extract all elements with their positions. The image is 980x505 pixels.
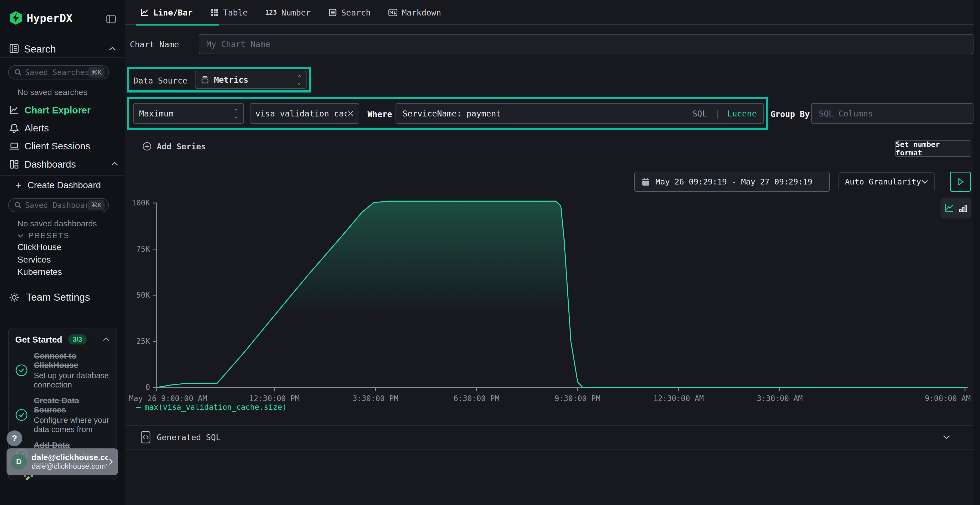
preset-services[interactable]: Services <box>18 255 51 265</box>
search-section-icon <box>9 43 20 54</box>
generated-sql-row[interactable]: Generated SQL <box>125 425 974 449</box>
no-saved-dashboards-text: No saved dashboards <box>18 219 97 228</box>
sidebar-item-label: Dashboards <box>24 159 76 170</box>
generated-sql-label: Generated SQL <box>157 433 221 442</box>
help-button[interactable]: ? <box>6 430 22 446</box>
chart-name-label: Chart Name <box>130 40 179 49</box>
sql-mode-toggle[interactable]: SQL <box>692 109 707 118</box>
get-started-item[interactable]: Create Data Sources Configure where your… <box>15 396 110 434</box>
tab-table[interactable]: Table <box>210 8 248 17</box>
tab-label: Markdown <box>402 8 441 17</box>
no-saved-searches-text: No saved searches <box>18 87 88 97</box>
create-dashboard-button[interactable]: + Create Dashboard <box>16 179 101 191</box>
data-source-value: Metrics <box>214 75 248 85</box>
presets-group-header[interactable]: PRESETS <box>17 231 70 240</box>
hyperdx-logo-icon <box>9 11 23 25</box>
x-axis-tick-label: 12:30:00 PM <box>249 394 299 403</box>
saved-dashboards-shortcut: ⌘K <box>88 200 105 210</box>
lucene-mode-toggle[interactable]: Lucene <box>727 109 757 118</box>
metric-tag[interactable]: visa_validation_cach <box>250 103 360 124</box>
saved-dashboards-input[interactable]: ⌘K <box>8 198 109 212</box>
tab-label: Line/Bar <box>153 8 193 17</box>
tabs-divider <box>125 24 974 25</box>
legend-series-name: max(visa_validation_cache.size) <box>145 403 287 412</box>
x-axis-tick-label: 6:30:00 PM <box>453 394 500 403</box>
dashboards-collapse-icon[interactable] <box>111 161 119 168</box>
expand-sql-chevron-icon[interactable] <box>942 435 951 440</box>
group-by-field[interactable] <box>812 109 973 118</box>
view-tabs: Line/Bar Table 123 Number Search <box>125 0 974 25</box>
x-axis-tick-label: 9:00:00 AM <box>925 394 971 403</box>
chevron-right-icon <box>108 457 114 466</box>
x-axis-tick-label: 12:30:00 AM <box>653 394 704 403</box>
sidebar-item-dashboards[interactable]: Dashboards <box>0 157 125 172</box>
tab-label: Number <box>281 8 310 17</box>
sidebar-item-alerts[interactable]: Alerts <box>0 121 125 136</box>
chart-name-field[interactable] <box>199 40 973 49</box>
legend-marker: — <box>136 403 141 412</box>
where-input[interactable]: ServiceName: payment SQL | Lucene <box>396 103 764 124</box>
search-icon <box>14 68 22 76</box>
data-source-select[interactable]: Metrics ⌃⌄ <box>195 71 307 89</box>
granularity-select[interactable]: Auto Granularity <box>838 172 935 191</box>
select-updown-icon: ⌃⌄ <box>298 75 301 85</box>
y-axis-tick-label: 0 <box>145 383 150 392</box>
sidebar-item-client-sessions[interactable]: Client Sessions <box>0 138 125 154</box>
sidebar-item-label: Chart Explorer <box>24 105 91 116</box>
tab-markdown[interactable]: Markdown <box>388 8 441 17</box>
chart-name-input[interactable] <box>199 34 974 54</box>
search-list-icon <box>328 8 337 17</box>
search-section-collapse-icon[interactable] <box>108 46 116 53</box>
aggregation-select[interactable]: Maximum ⌃⌄ <box>133 103 244 124</box>
tab-label: Table <box>223 8 248 17</box>
tab-line-bar[interactable]: Line/Bar <box>140 8 193 17</box>
date-range-input[interactable]: May 26 09:29:19 - May 27 09:29:19 <box>634 172 830 192</box>
chevron-down-icon <box>921 179 928 184</box>
timeseries-chart[interactable]: 025K50K75K100KMay 26 9:00:00 AM12:30:00 … <box>125 191 974 408</box>
group-by-label: Group By <box>770 110 810 119</box>
sidebar-item-chart-explorer[interactable]: Chart Explorer <box>0 103 125 118</box>
saved-dashboards-field[interactable] <box>25 201 88 210</box>
remove-metric-icon[interactable] <box>347 110 354 117</box>
play-icon <box>956 178 964 186</box>
preset-clickhouse[interactable]: ClickHouse <box>18 242 62 252</box>
where-label: Where <box>368 110 392 119</box>
team-settings-item[interactable]: Team Settings <box>9 292 90 303</box>
dashboards-icon <box>9 159 20 170</box>
active-tab-indicator <box>136 24 219 25</box>
mode-divider: | <box>715 109 720 118</box>
confetti-icon <box>24 475 35 480</box>
tab-number[interactable]: 123 Number <box>265 8 311 17</box>
presets-label: PRESETS <box>28 231 70 240</box>
group-by-input[interactable] <box>811 103 974 124</box>
date-range-value: May 26 09:29:19 - May 27 09:29:19 <box>655 177 812 186</box>
saved-searches-field[interactable] <box>25 68 88 77</box>
brand-title: HyperDX <box>27 12 73 24</box>
table-icon <box>210 8 219 17</box>
select-updown-icon: ⌃⌄ <box>234 108 238 118</box>
run-query-button[interactable] <box>950 172 971 192</box>
preset-kubernetes[interactable]: Kubernetes <box>18 267 62 277</box>
saved-searches-input[interactable]: ⌘K <box>8 65 109 79</box>
code-icon <box>140 431 151 444</box>
chart-explorer-icon <box>9 105 20 116</box>
user-menu[interactable]: D dale@clickhouse.com dale@clickhouse.co… <box>6 448 118 475</box>
add-series-button[interactable]: Add Series <box>142 141 206 151</box>
get-started-collapse-icon[interactable] <box>102 337 110 343</box>
plus-icon: + <box>16 179 22 191</box>
sidebar-divider <box>0 57 125 58</box>
gear-icon <box>9 292 20 303</box>
get-started-badge: 3/3 <box>68 334 87 345</box>
tab-search[interactable]: Search <box>328 8 371 17</box>
search-section-label[interactable]: Search <box>24 43 56 55</box>
collapse-sidebar-icon[interactable] <box>106 14 116 24</box>
search-icon <box>14 201 22 209</box>
get-started-item[interactable]: Connect to ClickHouse Set up your databa… <box>15 351 110 389</box>
sidebar-divider <box>0 175 125 176</box>
set-number-format-button[interactable]: Set number format <box>895 140 971 157</box>
chart-legend[interactable]: — max(visa_validation_cache.size) <box>136 403 286 412</box>
sidebar-item-label: Client Sessions <box>24 141 90 152</box>
team-settings-label: Team Settings <box>26 292 90 303</box>
get-started-item-title: Create Data Sources <box>34 396 110 414</box>
x-axis-tick-label: 3:30:00 PM <box>353 394 399 403</box>
